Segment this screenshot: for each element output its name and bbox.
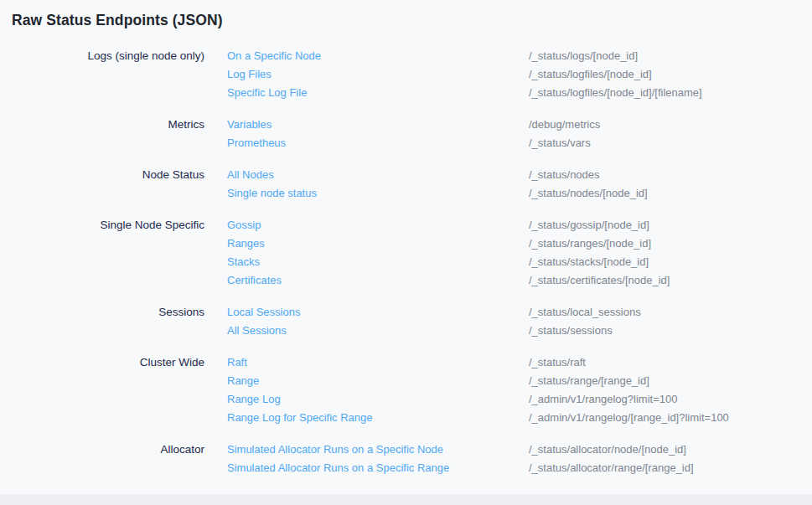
endpoint-link[interactable]: All Nodes: [227, 168, 274, 181]
endpoint-row: Simulated Allocator Runs on a Specific R…: [12, 459, 800, 477]
endpoint-path: /_status/nodes/[node_id]: [529, 184, 800, 203]
endpoint-link[interactable]: On a Specific Node: [227, 49, 321, 62]
endpoint-link-cell: Stacks: [227, 253, 529, 271]
endpoint-category-label: Logs (single node only): [12, 47, 227, 65]
endpoint-path: /_admin/v1/rangelog?limit=100: [529, 390, 800, 409]
endpoint-category-label: [12, 372, 227, 390]
endpoint-path: /_status/logfiles/[node_id]/[filename]: [529, 84, 800, 102]
endpoint-link-cell: Variables: [227, 116, 529, 134]
endpoint-link-cell: Range: [227, 372, 529, 390]
endpoint-group: Cluster WideRaft/_status/raftRange/_stat…: [12, 353, 800, 427]
endpoint-row: All Sessions/_status/sessions: [12, 322, 800, 340]
endpoint-category-label: Allocator: [12, 441, 227, 459]
endpoint-row: Single node status/_status/nodes/[node_i…: [12, 184, 800, 203]
endpoint-category-label: Node Status: [12, 166, 227, 184]
endpoint-link[interactable]: Prometheus: [227, 137, 286, 149]
page-title: Raw Status Endpoints (JSON): [12, 11, 800, 30]
endpoint-path: /_status/logfiles/[node_id]: [529, 65, 800, 84]
endpoint-path: /_status/logs/[node_id]: [529, 47, 800, 65]
endpoint-category-label: Cluster Wide: [12, 353, 227, 372]
endpoint-category-label: [12, 459, 227, 477]
endpoint-link[interactable]: Range: [227, 374, 259, 387]
endpoint-link-cell: Certificates: [227, 271, 529, 290]
endpoint-path: /_status/vars: [529, 134, 800, 152]
endpoint-path: /_status/nodes: [529, 166, 800, 184]
endpoint-row: MetricsVariables/debug/metrics: [12, 116, 800, 134]
endpoint-link-cell: Simulated Allocator Runs on a Specific R…: [227, 459, 529, 477]
endpoint-link[interactable]: Ranges: [227, 237, 265, 250]
endpoint-link[interactable]: Range Log: [227, 393, 281, 405]
endpoint-link-cell: Range Log: [227, 390, 529, 409]
endpoint-link-cell: On a Specific Node: [227, 47, 529, 65]
endpoint-link-cell: Ranges: [227, 234, 529, 253]
endpoint-link[interactable]: Simulated Allocator Runs on a Specific R…: [227, 461, 449, 474]
endpoint-row: Ranges/_status/ranges/[node_id]: [12, 234, 800, 253]
endpoint-group: Single Node SpecificGossip/_status/gossi…: [12, 216, 800, 290]
endpoint-path: /_status/sessions: [529, 322, 800, 340]
endpoint-category-label: [12, 184, 227, 203]
endpoint-group: AllocatorSimulated Allocator Runs on a S…: [12, 441, 800, 477]
endpoint-link-cell: Prometheus: [227, 134, 529, 152]
endpoint-row: Stacks/_status/stacks/[node_id]: [12, 253, 800, 271]
endpoint-row: Prometheus/_status/vars: [12, 134, 800, 152]
endpoint-link-cell: Raft: [227, 353, 529, 372]
endpoint-path: /_status/raft: [529, 353, 800, 372]
endpoint-group: SessionsLocal Sessions/_status/local_ses…: [12, 303, 800, 340]
endpoint-link-cell: Local Sessions: [227, 303, 529, 322]
endpoint-link-cell: All Nodes: [227, 166, 529, 184]
endpoints-table: Logs (single node only)On a Specific Nod…: [12, 47, 800, 477]
endpoint-category-label: [12, 322, 227, 340]
endpoint-link[interactable]: Range Log for Specific Range: [227, 411, 372, 424]
endpoint-link[interactable]: Raft: [227, 356, 247, 368]
endpoint-row: Range Log for Specific Range/_admin/v1/r…: [12, 409, 800, 427]
endpoint-link-cell: Simulated Allocator Runs on a Specific N…: [227, 441, 529, 459]
endpoint-row: Range/_status/range/[range_id]: [12, 372, 800, 390]
endpoint-row: Specific Log File/_status/logfiles/[node…: [12, 84, 800, 102]
endpoint-row: SessionsLocal Sessions/_status/local_ses…: [12, 303, 800, 322]
endpoint-link[interactable]: Simulated Allocator Runs on a Specific N…: [227, 443, 443, 456]
content-area: Raw Status Endpoints (JSON) Logs (single…: [0, 0, 812, 477]
endpoint-category-label: Single Node Specific: [12, 216, 227, 234]
endpoint-link-cell: Single node status: [227, 184, 529, 203]
endpoint-category-label: [12, 84, 227, 102]
endpoint-category-label: [12, 253, 227, 271]
endpoint-group: Node StatusAll Nodes/_status/nodesSingle…: [12, 166, 800, 203]
endpoint-link[interactable]: Certificates: [227, 274, 282, 286]
endpoint-path: /_status/local_sessions: [529, 303, 800, 322]
endpoint-category-label: Sessions: [12, 303, 227, 322]
endpoint-row: AllocatorSimulated Allocator Runs on a S…: [12, 441, 800, 459]
endpoint-link-cell: All Sessions: [227, 322, 529, 340]
endpoint-path: /_status/certificates/[node_id]: [529, 271, 800, 290]
endpoint-category-label: [12, 134, 227, 152]
endpoint-category-label: [12, 409, 227, 427]
endpoint-category-label: [12, 234, 227, 253]
endpoint-path: /_status/stacks/[node_id]: [529, 253, 800, 271]
footer-band: [0, 494, 812, 505]
endpoint-category-label: [12, 390, 227, 409]
endpoint-path: /debug/metrics: [529, 116, 800, 134]
endpoint-link-cell: Specific Log File: [227, 84, 529, 102]
endpoint-link-cell: Gossip: [227, 216, 529, 234]
endpoint-row: Cluster WideRaft/_status/raft: [12, 353, 800, 372]
endpoint-row: Log Files/_status/logfiles/[node_id]: [12, 65, 800, 84]
endpoint-link[interactable]: Local Sessions: [227, 306, 300, 318]
endpoint-link[interactable]: Gossip: [227, 219, 261, 231]
endpoint-link[interactable]: Log Files: [227, 68, 272, 80]
endpoint-path: /_status/allocator/node/[node_id]: [529, 441, 800, 459]
endpoint-row: Certificates/_status/certificates/[node_…: [12, 271, 800, 290]
endpoint-link[interactable]: Stacks: [227, 255, 260, 268]
endpoint-group: MetricsVariables/debug/metricsPrometheus…: [12, 116, 800, 152]
endpoint-category-label: [12, 65, 227, 84]
endpoint-link[interactable]: All Sessions: [227, 324, 287, 337]
endpoint-category-label: [12, 271, 227, 290]
endpoint-link[interactable]: Specific Log File: [227, 86, 307, 99]
endpoint-link[interactable]: Single node status: [227, 187, 317, 199]
endpoint-path: /_status/gossip/[node_id]: [529, 216, 800, 234]
endpoint-link-cell: Range Log for Specific Range: [227, 409, 529, 427]
endpoint-row: Logs (single node only)On a Specific Nod…: [12, 47, 800, 65]
endpoint-path: /_status/allocator/range/[range_id]: [529, 459, 800, 477]
endpoint-link[interactable]: Variables: [227, 118, 272, 131]
endpoint-group: Logs (single node only)On a Specific Nod…: [12, 47, 800, 102]
endpoint-path: /_admin/v1/rangelog/[range_id]?limit=100: [529, 409, 800, 427]
endpoint-row: Single Node SpecificGossip/_status/gossi…: [12, 216, 800, 234]
